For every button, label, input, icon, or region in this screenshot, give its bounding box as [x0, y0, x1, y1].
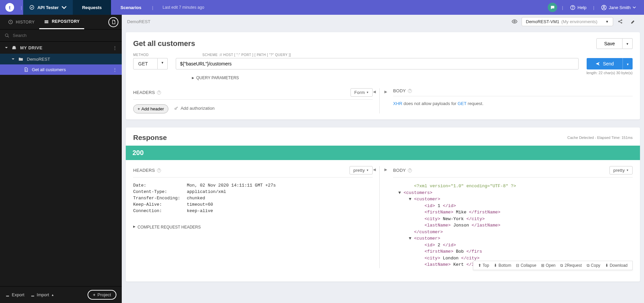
- user-name: Jane Smith: [609, 5, 631, 10]
- chevron-down-icon: [61, 5, 67, 10]
- to-request-button[interactable]: ⧉2Request: [560, 263, 582, 268]
- open-button[interactable]: ⊞Open: [541, 263, 555, 268]
- eye-icon: [512, 18, 518, 24]
- send-dropdown[interactable]: ▼: [623, 58, 633, 69]
- collapse-button[interactable]: ⊟Collapse: [516, 263, 536, 268]
- app-logo[interactable]: t: [5, 3, 14, 12]
- request-panel: Get all customers Save ▼ METHOD SCHEME :…: [126, 32, 640, 119]
- request-title: Get all customers: [133, 39, 195, 48]
- help-button[interactable]: Help: [568, 3, 589, 12]
- new-request-button[interactable]: [108, 17, 118, 27]
- app-name-label: API Tester: [37, 5, 58, 10]
- open-icon: ⊞: [541, 263, 544, 268]
- qp-label: QUERY PARAMETERS: [196, 75, 239, 80]
- user-icon: [601, 5, 607, 10]
- copy-button[interactable]: ⧉Copy: [587, 263, 600, 268]
- xml-line: <firstName> Bob </firs: [393, 248, 633, 255]
- toggle-icon[interactable]: ▼: [409, 197, 414, 202]
- xhr-link[interactable]: XHR: [393, 101, 402, 106]
- method-label: METHOD: [133, 53, 149, 57]
- xml-line: ▼ <customers>: [393, 190, 633, 196]
- share-button[interactable]: [614, 16, 626, 27]
- format-value: Form: [354, 90, 365, 95]
- feedback-button[interactable]: [548, 3, 557, 12]
- sidebar-tabs: HISTORY REPOSITORY: [0, 15, 122, 30]
- collapse-right-icon[interactable]: ▶: [384, 167, 387, 172]
- method-select[interactable]: GET ▼: [133, 58, 168, 69]
- help-icon[interactable]: ?: [157, 168, 161, 172]
- tab-label: REPOSITORY: [52, 19, 79, 24]
- save-button[interactable]: Save: [596, 38, 623, 49]
- preview-button[interactable]: [509, 16, 520, 27]
- chevron-down-icon: ▼: [366, 169, 369, 172]
- tab-scenarios[interactable]: Scenarios: [111, 0, 151, 15]
- folder-icon: [18, 56, 23, 62]
- export-button[interactable]: Export: [5, 292, 24, 297]
- headers-format-select[interactable]: pretty ▼: [350, 166, 373, 174]
- headers-label: HEADERS: [133, 90, 155, 95]
- sidebar-tab-history[interactable]: HISTORY: [3, 15, 39, 29]
- help-icon[interactable]: ?: [157, 91, 161, 95]
- bottom-button[interactable]: ⬇Bottom: [494, 263, 511, 268]
- xml-line: <?xml version="1.0" encoding="UTF-8" ?>: [393, 183, 633, 190]
- import-icon: [31, 293, 35, 297]
- svg-point-11: [621, 22, 622, 23]
- complete-request-headers-toggle[interactable]: ▶ COMPLETE REQUEST HEADERS: [133, 225, 201, 230]
- header-value: keep-alive: [187, 208, 213, 213]
- save-dropdown[interactable]: ▼: [623, 38, 633, 49]
- headers-format-select[interactable]: Form ▼: [351, 88, 373, 97]
- user-menu[interactable]: Jane Smith: [599, 3, 638, 12]
- chevron-down-icon[interactable]: ▼: [158, 58, 168, 69]
- send-button[interactable]: Send: [587, 58, 623, 69]
- collapse-left-icon[interactable]: ◀: [373, 167, 376, 172]
- app-switcher[interactable]: API Tester: [23, 0, 72, 15]
- arrow-down-icon: ⬇: [494, 263, 497, 268]
- get-link[interactable]: GET: [458, 101, 467, 106]
- query-params-toggle[interactable]: ▶ QUERY PARAMETERS: [192, 75, 239, 80]
- svg-point-8: [514, 21, 516, 22]
- xml-line: </customer>: [393, 229, 633, 236]
- search-input[interactable]: [13, 33, 117, 38]
- collapse-right-icon[interactable]: ▶: [384, 90, 387, 94]
- last-edit-label: Last edit 7 minutes ago: [163, 5, 204, 10]
- header-row: Content-Type:application/xml: [133, 189, 373, 194]
- more-icon[interactable]: ⋮: [113, 67, 117, 72]
- import-button[interactable]: Import ▲: [31, 292, 54, 297]
- top-button[interactable]: ⬆Top: [478, 263, 489, 268]
- url-input[interactable]: [176, 58, 579, 69]
- more-icon[interactable]: ⋮: [113, 45, 117, 50]
- toggle-icon[interactable]: ▼: [409, 236, 414, 241]
- header-value: application/xml: [187, 189, 226, 194]
- add-authorization-button[interactable]: Add authorization: [174, 106, 214, 111]
- download-button[interactable]: ⬇Download: [605, 263, 628, 268]
- body-label: BODY: [393, 88, 406, 93]
- format-value: pretty: [613, 168, 625, 173]
- response-title: Response: [133, 134, 167, 142]
- chevron-down-icon: ▼: [366, 91, 369, 94]
- help-label: Help: [578, 5, 587, 10]
- help-icon[interactable]: ?: [408, 89, 412, 93]
- help-icon[interactable]: ?: [408, 168, 412, 172]
- new-project-button[interactable]: + Project: [88, 290, 116, 300]
- arrow-up-icon: ⬆: [478, 263, 481, 268]
- check-badge-icon: [29, 5, 35, 10]
- add-header-button[interactable]: + Add header: [133, 104, 168, 113]
- xml-line: <lastName> Jonson </lastName>: [393, 222, 633, 229]
- export-label: Export: [12, 292, 24, 297]
- collapse-left-icon[interactable]: ◀: [373, 90, 376, 94]
- method-value: GET: [133, 58, 158, 69]
- request-row[interactable]: Get all customers ⋮: [0, 64, 122, 75]
- env-controls: DemoREST-VM1 (My environments) ▼: [509, 16, 639, 27]
- toggle-icon[interactable]: ▼: [398, 190, 404, 195]
- tab-requests[interactable]: Requests: [73, 0, 111, 15]
- edit-button[interactable]: [627, 16, 639, 27]
- breadcrumb[interactable]: DemoREST: [127, 19, 150, 24]
- drive-icon: [11, 45, 17, 50]
- my-drive-row[interactable]: MY DRIVE ⋮: [0, 42, 122, 54]
- environment-select[interactable]: DemoREST-VM1 (My environments) ▼: [522, 17, 613, 26]
- response-body-xml: <?xml version="1.0" encoding="UTF-8" ?> …: [393, 183, 633, 268]
- project-row[interactable]: DemoREST: [0, 54, 122, 64]
- caret-up-icon: ▲: [51, 293, 54, 297]
- body-format-select[interactable]: pretty ▼: [609, 166, 633, 174]
- sidebar-tab-repository[interactable]: REPOSITORY: [39, 15, 84, 29]
